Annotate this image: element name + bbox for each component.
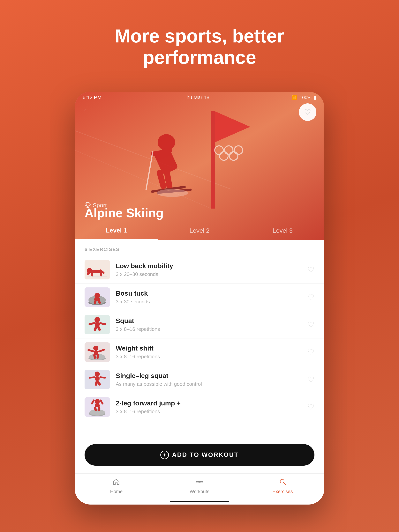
nav-item-exercises[interactable]: Exercises bbox=[241, 478, 324, 494]
exercise-item[interactable]: Low back mobility 3 x 20–30 seconds ♡ bbox=[75, 256, 324, 284]
exercise-heart-3[interactable]: ♡ bbox=[308, 320, 315, 329]
bottom-nav: Home Workouts bbox=[75, 473, 324, 499]
page-headline: More sports, better performance bbox=[63, 25, 336, 68]
exercise-heart-5[interactable]: ♡ bbox=[308, 375, 315, 384]
home-indicator bbox=[170, 501, 229, 502]
status-time: 6:12 PM bbox=[83, 95, 102, 101]
level-tab-1[interactable]: Level 1 bbox=[75, 222, 158, 240]
exercise-name-4: Weight shift bbox=[116, 344, 302, 352]
svg-point-62 bbox=[95, 399, 100, 404]
exercise-thumb-6 bbox=[84, 397, 110, 417]
svg-rect-69 bbox=[198, 481, 198, 482]
sport-name: Alpine Skiing bbox=[84, 206, 163, 220]
exercise-info-4: Weight shift 3 x 8–16 repetitions bbox=[116, 344, 302, 360]
exercise-name-5: Single–leg squat bbox=[116, 372, 302, 380]
svg-rect-24 bbox=[91, 270, 93, 277]
add-to-workout-button[interactable]: + ADD TO WORKOUT bbox=[84, 444, 315, 466]
exercise-thumb-2 bbox=[84, 287, 110, 307]
exercise-heart-6[interactable]: ♡ bbox=[308, 403, 315, 412]
exercise-heart-1[interactable]: ♡ bbox=[308, 265, 315, 274]
svg-rect-3 bbox=[211, 111, 215, 209]
exercise-info-1: Low back mobility 3 x 20–30 seconds bbox=[116, 262, 302, 277]
battery-icon: ▮ bbox=[314, 95, 316, 100]
exercise-detail-3: 3 x 8–16 repetitions bbox=[116, 326, 302, 332]
svg-point-46 bbox=[93, 346, 98, 351]
svg-point-18 bbox=[157, 189, 188, 197]
nav-item-workouts[interactable]: Workouts bbox=[158, 478, 241, 494]
exercise-name-6: 2-leg forward jump + bbox=[116, 399, 302, 407]
status-bar: 6:12 PM Thu Mar 18 📶 100% ▮ bbox=[75, 92, 324, 103]
svg-rect-72 bbox=[201, 481, 203, 482]
plus-circle-icon: + bbox=[160, 451, 169, 459]
workouts-label: Workouts bbox=[190, 489, 209, 494]
exercise-detail-6: 3 x 8–16 repetitions bbox=[116, 409, 302, 415]
exercise-item[interactable]: Bosu tuck 3 x 30 seconds ♡ bbox=[75, 284, 324, 311]
exercise-name-3: Squat bbox=[116, 317, 302, 325]
exercise-info-2: Bosu tuck 3 x 30 seconds bbox=[116, 290, 302, 305]
status-date: Thu Mar 18 bbox=[184, 95, 209, 101]
level-tabs: Level 1 Level 2 Level 3 bbox=[75, 222, 324, 240]
exercise-name-1: Low back mobility bbox=[116, 262, 302, 270]
exercise-thumb-3 bbox=[84, 315, 110, 334]
exercise-name-2: Bosu tuck bbox=[116, 290, 302, 297]
spacer bbox=[75, 421, 324, 432]
svg-rect-38 bbox=[95, 322, 100, 326]
exercise-info-5: Single–leg squat As many as possible wit… bbox=[116, 372, 302, 387]
exercise-thumb-1 bbox=[84, 260, 110, 279]
exercises-section: 6 EXERCISES bbox=[75, 240, 324, 502]
exercise-heart-2[interactable]: ♡ bbox=[308, 293, 315, 302]
search-icon bbox=[279, 478, 286, 487]
heart-icon: ♡ bbox=[304, 108, 311, 117]
level-tab-3[interactable]: Level 3 bbox=[241, 222, 324, 240]
exercise-item[interactable]: 2-leg forward jump + 3 x 8–16 repetition… bbox=[75, 393, 324, 421]
svg-point-37 bbox=[95, 317, 100, 323]
svg-rect-49 bbox=[97, 354, 99, 359]
exercises-label: Exercises bbox=[273, 489, 293, 494]
exercise-item[interactable]: Single–leg squat As many as possible wit… bbox=[75, 366, 324, 393]
svg-rect-63 bbox=[95, 404, 100, 407]
svg-point-28 bbox=[87, 276, 107, 278]
favorite-button[interactable]: ♡ bbox=[299, 103, 316, 121]
exercise-item[interactable]: Squat 3 x 8–16 repetitions ♡ bbox=[75, 311, 324, 338]
svg-point-32 bbox=[95, 293, 100, 298]
exercise-detail-1: 3 x 20–30 seconds bbox=[116, 271, 302, 277]
home-label: Home bbox=[110, 489, 122, 494]
svg-rect-68 bbox=[196, 481, 198, 482]
hero-section: 6:12 PM Thu Mar 18 📶 100% ▮ ← ♡ bbox=[75, 92, 324, 240]
svg-line-74 bbox=[283, 482, 285, 484]
exercise-info-6: 2-leg forward jump + 3 x 8–16 repetition… bbox=[116, 399, 302, 415]
exercise-thumb-4 bbox=[84, 342, 110, 362]
back-button[interactable]: ← bbox=[83, 105, 90, 114]
svg-rect-70 bbox=[198, 481, 201, 482]
nav-item-home[interactable]: Home bbox=[75, 478, 158, 494]
wifi-icon: 📶 bbox=[291, 95, 297, 100]
phone-inner: 6:12 PM Thu Mar 18 📶 100% ▮ ← ♡ bbox=[75, 92, 324, 502]
phone-frame: 6:12 PM Thu Mar 18 📶 100% ▮ ← ♡ bbox=[75, 92, 324, 505]
svg-rect-71 bbox=[201, 481, 201, 482]
exercise-heart-4[interactable]: ♡ bbox=[308, 348, 315, 356]
exercise-info-3: Squat 3 x 8–16 repetitions bbox=[116, 317, 302, 332]
exercise-detail-5: As many as possible with good control bbox=[116, 381, 302, 387]
exercise-thumb-5 bbox=[84, 370, 110, 389]
exercise-detail-4: 3 x 8–16 repetitions bbox=[116, 354, 302, 360]
svg-point-53 bbox=[95, 372, 100, 377]
home-icon bbox=[113, 478, 120, 487]
exercise-detail-2: 3 x 30 seconds bbox=[116, 299, 302, 305]
exercises-count: 6 EXERCISES bbox=[75, 240, 324, 256]
add-workout-label: ADD TO WORKOUT bbox=[172, 451, 239, 458]
status-icons: 📶 100% ▮ bbox=[291, 95, 316, 100]
dumbbell-icon bbox=[196, 478, 203, 487]
level-tab-2[interactable]: Level 2 bbox=[158, 222, 241, 240]
battery-text: 100% bbox=[300, 95, 312, 100]
svg-point-61 bbox=[90, 409, 105, 416]
exercise-item[interactable]: Weight shift 3 x 8–16 repetitions ♡ bbox=[75, 338, 324, 366]
